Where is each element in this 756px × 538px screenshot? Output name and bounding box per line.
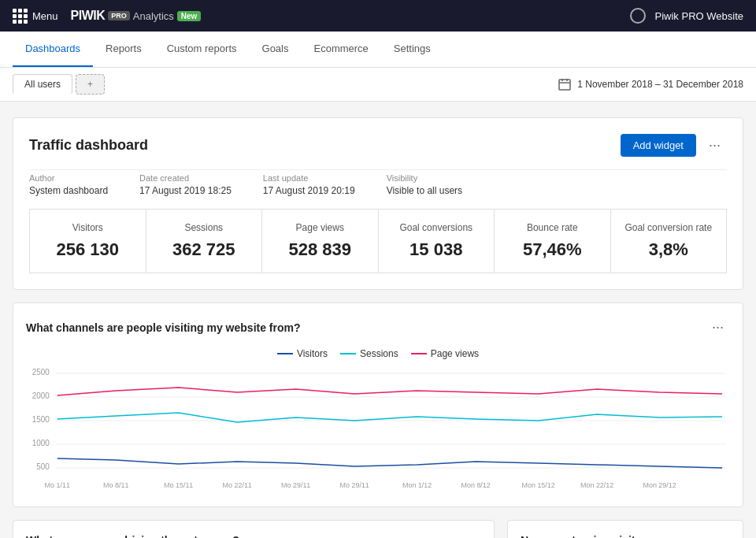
dashboard-more-button[interactable]: ··· [702, 134, 727, 157]
visibility-value: Visible to all users [387, 185, 463, 196]
nav-custom-reports[interactable]: Custom reports [154, 32, 250, 67]
kpi-conversion-rate-label: Goal conversion rate [624, 222, 714, 233]
chart-more-button[interactable]: ··· [706, 316, 730, 339]
kpi-sessions: Sessions 362 725 [146, 209, 262, 273]
legend-sessions-line [340, 353, 356, 354]
legend-sessions-label: Sessions [360, 348, 398, 359]
main-nav: Dashboards Reports Custom reports Goals … [0, 32, 756, 68]
kpi-sessions-value: 362 725 [159, 239, 250, 260]
returning-more-button[interactable]: ··· [706, 533, 730, 538]
legend-sessions: Sessions [340, 348, 398, 359]
kpi-visitors: Visitors 256 130 [29, 209, 146, 273]
bottom-grid: What sources are driving the outcomes? ·… [13, 520, 743, 538]
analytics-label: Analytics [133, 10, 174, 22]
svg-text:Mo 29/11: Mo 29/11 [340, 481, 369, 489]
date-created-label: Date created [139, 173, 232, 183]
svg-text:1500: 1500 [32, 415, 50, 424]
kpi-visitors-label: Visitors [43, 222, 133, 233]
last-update-value: 17 August 2019 20:19 [263, 185, 355, 196]
nav-reports[interactable]: Reports [93, 32, 154, 67]
sources-section: What sources are driving the outcomes? ·… [13, 520, 495, 538]
nav-goals[interactable]: Goals [250, 32, 302, 67]
meta-visibility: Visibility Visible to all users [387, 173, 463, 196]
svg-text:Mon 8/12: Mon 8/12 [461, 481, 491, 489]
last-update-label: Last update [263, 173, 355, 183]
logo: PIWIK PRO Analytics New [71, 9, 202, 23]
svg-text:Mo 29/11: Mo 29/11 [281, 481, 310, 489]
kpi-goal-conversions-label: Goal conversions [391, 222, 482, 233]
segment-bar: All users + 1 November 2018 – 31 Decembe… [0, 68, 756, 102]
add-widget-button[interactable]: Add widget [621, 134, 696, 157]
date-range-text: 1 November 2018 – 31 December 2018 [577, 79, 743, 90]
visibility-label: Visibility [387, 173, 463, 183]
website-name: Piwik PRO Website [655, 10, 743, 22]
chart-area: 2500 2000 1500 1000 500 Mo 1/11 [26, 365, 730, 494]
dashboard-header: Traffic dashboard Add widget ··· [29, 134, 727, 157]
kpi-bounce-rate: Bounce rate 57,46% [494, 209, 610, 273]
svg-text:2000: 2000 [32, 391, 50, 400]
kpi-bounce-rate-value: 57,46% [507, 239, 598, 260]
sources-more-button[interactable]: ··· [457, 533, 481, 538]
logo-pro-badge: PRO [108, 11, 130, 20]
returning-visitors-section: New vs returning visitors ··· Returning … [507, 520, 743, 538]
legend-page-views-line [411, 353, 427, 354]
chart-legend: Visitors Sessions Page views [26, 348, 730, 359]
svg-text:Mo 15/11: Mo 15/11 [164, 481, 193, 489]
returning-visitors-title: New vs returning visitors [521, 534, 652, 539]
svg-text:2500: 2500 [32, 368, 50, 377]
kpi-visitors-value: 256 130 [43, 239, 133, 260]
calendar-icon [558, 78, 571, 91]
dashboard-meta: Author System dashboard Date created 17 … [29, 169, 727, 196]
author-label: Author [29, 173, 108, 183]
meta-last-update: Last update 17 August 2019 20:19 [263, 173, 355, 196]
svg-text:Mon 22/12: Mon 22/12 [580, 481, 613, 489]
kpi-goal-conversions-value: 15 038 [391, 239, 482, 260]
menu-label: Menu [32, 10, 58, 22]
svg-text:500: 500 [36, 462, 50, 471]
legend-page-views: Page views [411, 348, 479, 359]
svg-text:Mon 29/12: Mon 29/12 [643, 481, 676, 489]
line-chart: 2500 2000 1500 1000 500 Mo 1/11 [26, 365, 730, 492]
topbar-right: Piwik PRO Website [630, 8, 743, 24]
topbar-left: Menu PIWIK PRO Analytics New [13, 9, 201, 24]
menu-button[interactable]: Menu [13, 9, 58, 24]
svg-rect-0 [559, 80, 570, 90]
legend-visitors: Visitors [277, 348, 328, 359]
globe-icon[interactable] [630, 8, 646, 24]
svg-text:Mo 8/11: Mo 8/11 [103, 481, 128, 489]
kpi-conversion-rate: Goal conversion rate 3,8% [610, 209, 728, 273]
topbar: Menu PIWIK PRO Analytics New Piwik PRO W… [0, 0, 756, 32]
logo-text: PIWIK [71, 9, 106, 23]
kpi-page-views-label: Page views [275, 222, 365, 233]
legend-page-views-label: Page views [431, 348, 479, 359]
segment-tabs: All users + [13, 74, 105, 95]
add-segment-button[interactable]: + [76, 74, 105, 95]
legend-visitors-line [277, 353, 293, 354]
chart-title: What channels are people visiting my web… [26, 321, 301, 334]
dashboard-title: Traffic dashboard [29, 137, 148, 154]
svg-text:Mo 22/11: Mo 22/11 [223, 481, 252, 489]
svg-text:Mo 1/11: Mo 1/11 [45, 481, 70, 489]
chart-header: What channels are people visiting my web… [26, 316, 730, 339]
kpi-sessions-label: Sessions [159, 222, 250, 233]
sources-title: What sources are driving the outcomes? [26, 534, 239, 539]
meta-author: Author System dashboard [29, 173, 108, 196]
kpi-row: Visitors 256 130 Sessions 362 725 Page v… [29, 209, 727, 273]
grid-icon [13, 9, 28, 24]
kpi-bounce-rate-label: Bounce rate [507, 222, 598, 233]
main-content: Traffic dashboard Add widget ··· Author … [0, 102, 756, 538]
nav-settings[interactable]: Settings [381, 32, 443, 67]
author-value: System dashboard [29, 185, 108, 196]
date-range[interactable]: 1 November 2018 – 31 December 2018 [558, 78, 743, 91]
kpi-page-views-value: 528 839 [275, 239, 365, 260]
segment-all-users[interactable]: All users [13, 74, 72, 95]
kpi-conversion-rate-value: 3,8% [624, 239, 714, 260]
nav-ecommerce[interactable]: Ecommerce [301, 32, 380, 67]
kpi-goal-conversions: Goal conversions 15 038 [378, 209, 495, 273]
svg-text:1000: 1000 [32, 439, 50, 447]
nav-dashboards[interactable]: Dashboards [13, 32, 93, 67]
legend-visitors-label: Visitors [297, 348, 328, 359]
chart-section: What channels are people visiting my web… [13, 302, 743, 507]
date-created-value: 17 August 2019 18:25 [139, 185, 232, 196]
meta-date-created: Date created 17 August 2019 18:25 [139, 173, 232, 196]
